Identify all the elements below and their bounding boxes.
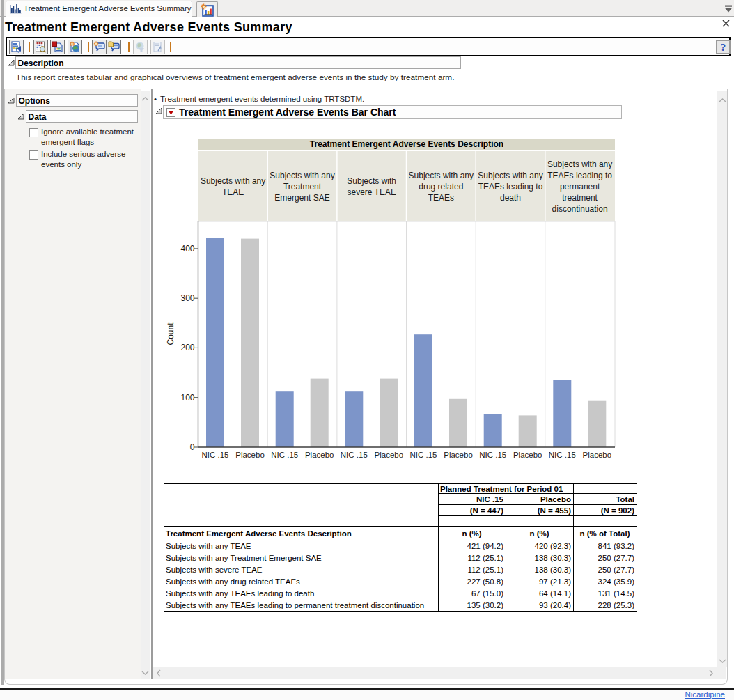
svg-text:TEAEs: TEAEs <box>428 193 454 203</box>
svg-text:Placebo: Placebo <box>444 451 473 459</box>
svg-text:Count: Count <box>166 322 175 345</box>
svg-text:Treatment Emergent Adverse Eve: Treatment Emergent Adverse Events Descri… <box>310 139 503 149</box>
svg-text:treatment: treatment <box>562 193 598 203</box>
svg-text:0: 0 <box>190 442 195 452</box>
svg-text:Subjects with any: Subjects with any <box>201 176 265 186</box>
svg-text:NIC .15: NIC .15 <box>410 451 437 459</box>
svg-text:Subjects with any: Subjects with any <box>409 171 474 180</box>
svg-text:200: 200 <box>180 343 194 352</box>
svg-text:Placebo: Placebo <box>305 451 334 459</box>
svg-text:Subjects with any: Subjects with any <box>547 160 612 169</box>
svg-text:100: 100 <box>180 393 194 403</box>
svg-text:TEAEs leading to: TEAEs leading to <box>547 171 612 180</box>
svg-text:Subjects with any: Subjects with any <box>270 171 334 180</box>
svg-text:NIC .15: NIC .15 <box>271 451 298 459</box>
svg-text:300: 300 <box>180 293 194 303</box>
svg-text:TEAE: TEAE <box>222 187 244 197</box>
svg-text:permanent: permanent <box>560 182 600 192</box>
svg-text:Placebo: Placebo <box>513 451 542 459</box>
svg-text:NIC .15: NIC .15 <box>479 451 506 459</box>
svg-text:NIC .15: NIC .15 <box>202 451 229 459</box>
svg-text:NIC .15: NIC .15 <box>341 451 368 459</box>
svg-text:TEAEs leading to: TEAEs leading to <box>478 182 543 192</box>
svg-text:400: 400 <box>180 244 194 254</box>
svg-text:Subjects with any: Subjects with any <box>478 171 542 180</box>
svg-text:death: death <box>500 193 521 203</box>
svg-text:severe TEAE: severe TEAE <box>347 187 396 197</box>
svg-text:drug related: drug related <box>419 182 463 192</box>
svg-text:Subjects with: Subjects with <box>347 176 396 186</box>
svg-text:NIC .15: NIC .15 <box>549 451 576 459</box>
svg-text:Emergent SAE: Emergent SAE <box>274 193 329 203</box>
svg-text:Placebo: Placebo <box>235 451 265 459</box>
svg-text:Treatment: Treatment <box>283 182 322 192</box>
svg-text:discontinuation: discontinuation <box>552 204 608 214</box>
svg-text:Placebo: Placebo <box>375 451 404 459</box>
svg-text:Placebo: Placebo <box>583 451 612 459</box>
